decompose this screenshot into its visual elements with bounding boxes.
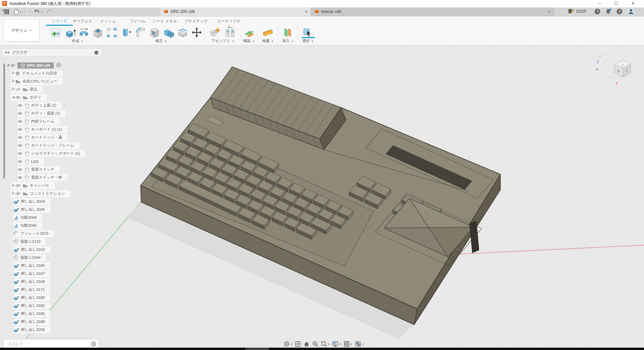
fillet-icon[interactable] [135, 27, 148, 38]
eye-icon[interactable] [17, 160, 23, 163]
move-icon[interactable] [191, 27, 204, 38]
tree-feature-item[interactable]: 面取り3164 [13, 254, 46, 261]
eye-icon[interactable] [15, 96, 21, 99]
eye-icon[interactable] [17, 168, 23, 171]
shell-icon[interactable] [149, 27, 162, 38]
tree-feature-item[interactable]: 押し出し3034 [13, 198, 50, 205]
close-button[interactable]: ✕ [627, 0, 639, 7]
tree-folder-item[interactable]: キャンバス [11, 182, 55, 189]
tree-feature-item[interactable]: 勾配3044 [13, 214, 42, 221]
tab-close-icon[interactable]: ✕ [545, 9, 554, 14]
browser-root-item[interactable]: DPC-200 v26 [5, 62, 61, 69]
tree-body-item[interactable]: LED [17, 158, 44, 165]
split-icon[interactable] [177, 27, 190, 38]
save-status[interactable]: 10/10 [568, 8, 586, 14]
tab-freezer[interactable]: freezer v40 ✕ [311, 7, 554, 16]
eye-icon[interactable] [17, 104, 23, 107]
tab-close-icon[interactable]: ✕ [302, 9, 311, 14]
tree-body-item[interactable]: ジョイスティックポート (1) [17, 150, 85, 157]
ribbon-tab-2[interactable]: サーフェス [69, 19, 96, 25]
hole-icon[interactable] [92, 27, 106, 38]
eye-icon[interactable] [17, 112, 23, 115]
tree-folder-item[interactable]: ボディ [11, 94, 47, 101]
eye-icon[interactable] [17, 144, 23, 147]
tree-feature-item[interactable]: 押し出し3206 [13, 326, 50, 333]
tree-feature-item[interactable]: フィレット3075 [13, 230, 54, 237]
tree-feature-item[interactable]: 押し出し3167 [13, 270, 50, 277]
redo-icon[interactable]: ▼ [46, 8, 55, 15]
create-sketch-icon[interactable] [50, 27, 63, 38]
eye-icon[interactable] [17, 120, 23, 123]
look-at-icon[interactable] [295, 341, 301, 347]
tree-feature-item[interactable]: 面取り3133 [13, 238, 46, 245]
grid-settings-icon[interactable]: ▼ [343, 341, 353, 347]
tree-feature-item[interactable]: 押し出し3165 [13, 262, 50, 269]
viewports-icon[interactable]: ▼ [355, 341, 364, 347]
tree-body-item[interactable]: 電源スイッチ [17, 166, 60, 173]
display-settings-icon[interactable]: ▼ [332, 341, 341, 347]
tree-body-item[interactable]: カートリッジ・蓋 [17, 134, 67, 141]
insert-canvas-icon[interactable] [282, 27, 296, 38]
save-icon[interactable] [25, 8, 30, 15]
tree-feature-item[interactable]: 押し出し3168 [13, 278, 50, 285]
tree-feature-item[interactable]: 勾配3045 [13, 222, 42, 229]
scene-3d-model[interactable] [0, 45, 644, 350]
eye-icon[interactable] [17, 128, 23, 131]
notification-bell-icon[interactable] [605, 8, 612, 16]
tree-folder-item[interactable]: 原点 [11, 86, 43, 93]
expand-closed-icon[interactable] [11, 87, 15, 92]
tree-folder-item[interactable]: コンストラクション [11, 190, 70, 197]
measure-icon[interactable] [262, 27, 276, 38]
eye-icon[interactable] [10, 63, 15, 67]
tree-feature-item[interactable]: 押し出し3171 [13, 286, 50, 293]
maximize-button[interactable]: ☐ [611, 0, 622, 7]
ribbon-tab-6[interactable]: プラスチック [183, 19, 209, 25]
revolve-icon[interactable] [78, 27, 92, 38]
app-grid-icon[interactable] [4, 8, 9, 15]
extrude-icon[interactable] [64, 27, 77, 38]
construct-plane-icon[interactable] [244, 27, 257, 38]
tree-feature-item[interactable]: 押し出し3182 [13, 302, 50, 309]
fit-icon[interactable]: ▼ [321, 341, 330, 347]
job-status-icon[interactable] [594, 8, 601, 16]
browser-header[interactable]: ブラウザ [1, 48, 102, 56]
double-chevron-left-icon[interactable] [4, 51, 10, 54]
undo-icon[interactable]: ▼ [34, 8, 43, 15]
collapse-circle-icon[interactable] [94, 50, 99, 55]
expand-open-icon[interactable] [11, 95, 15, 100]
expand-closed-icon[interactable] [11, 183, 15, 188]
combine-icon[interactable] [163, 27, 176, 38]
file-icon[interactable]: ▼ [14, 8, 22, 15]
expand-closed-icon[interactable] [11, 191, 15, 196]
help-icon[interactable]: ? [616, 8, 623, 16]
ribbon-tab-4[interactable]: フォーム [124, 19, 151, 25]
model-dpc200[interactable] [0, 45, 644, 350]
expand-closed-icon[interactable] [11, 79, 15, 83]
eye-icon[interactable] [15, 88, 21, 91]
joint-icon[interactable] [224, 27, 238, 38]
zoom-icon[interactable] [312, 341, 319, 347]
ground-target-icon[interactable] [56, 62, 61, 68]
profile-avatar[interactable] [627, 8, 635, 16]
comment-count-icon[interactable] [91, 342, 96, 346]
new-component-icon[interactable] [209, 27, 222, 38]
expand-closed-icon[interactable] [11, 71, 15, 75]
viewcube[interactable]: ⌂ ◀ Z X 上 前 右 [591, 52, 643, 87]
tree-feature-item[interactable]: 押し出し3188 [13, 318, 50, 325]
browser-scrollbar[interactable] [3, 63, 5, 179]
ribbon-group-2[interactable]: 修正 ▼ [143, 38, 179, 43]
tree-feature-item[interactable]: 押し出し3036 [13, 206, 50, 213]
root-label[interactable]: DPC-200 v26 [17, 62, 54, 68]
eye-icon[interactable] [15, 192, 21, 195]
ribbon-tab-5[interactable]: シート メタル [151, 19, 178, 25]
tree-folder-item[interactable]: ドキュメントの設定 [11, 70, 62, 77]
orbit-icon[interactable]: ▼ [283, 341, 293, 347]
ribbon-group-7[interactable]: 選択 ▼ [290, 38, 326, 43]
eye-icon[interactable] [15, 184, 21, 187]
tree-feature-item[interactable]: 押し出し3163 [13, 246, 50, 253]
eye-icon[interactable] [17, 136, 23, 139]
ribbon-group-1[interactable]: 作成 ▼ [59, 38, 96, 43]
tree-body-item[interactable]: ボディ・底面 (1) [17, 110, 65, 117]
tree-feature-item[interactable]: 押し出し3186 [13, 310, 50, 317]
tree-body-item[interactable]: 内部フレーム [17, 118, 60, 125]
